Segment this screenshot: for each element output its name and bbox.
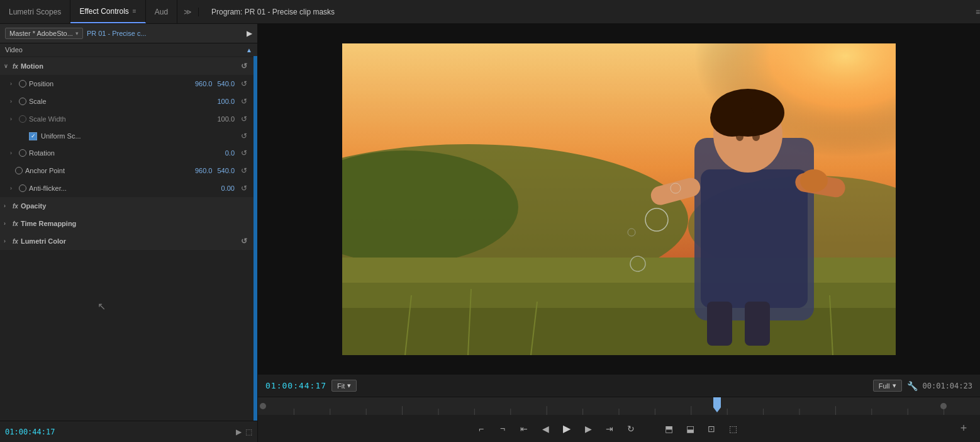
scale-stopwatch-icon[interactable] (19, 98, 26, 105)
resolution-dropdown-arrow: ▾ (893, 382, 896, 390)
mark-in-button[interactable]: ⌐ (472, 420, 490, 438)
scrubber-area[interactable] (258, 397, 980, 414)
insert-button[interactable]: ⬒ (660, 420, 677, 438)
anchor-point-label: Anchor Point (25, 167, 195, 174)
video-image-svg (342, 43, 896, 355)
position-x-value[interactable]: 960.0 (195, 80, 213, 88)
cursor-indicator: ↖ (97, 300, 106, 312)
scale-width-stopwatch-icon (19, 115, 26, 123)
go-to-in-button[interactable]: ⇤ (515, 420, 533, 438)
motion-group-header[interactable]: ∨ fx Motion ↺ (0, 57, 253, 75)
master-dropdown[interactable]: Master * AdobeSto... ▾ (5, 28, 83, 39)
effects-content: ∨ fx Motion ↺ › Position 960.0 540.0 ↺ (0, 56, 257, 421)
rotation-value[interactable]: 0.0 (225, 149, 235, 157)
step-back-button[interactable]: ◀ (537, 420, 554, 438)
anchor-point-x-value[interactable]: 960.0 (195, 167, 213, 174)
current-timecode[interactable]: 01:00:44:17 (265, 381, 326, 390)
time-remapping-label: Time Remapping (21, 220, 250, 227)
left-export-button[interactable]: ⬚ (245, 428, 252, 436)
timeline-ticks-svg (258, 397, 980, 415)
position-reset-button[interactable]: ↺ (238, 79, 250, 88)
rotation-chevron-icon[interactable]: › (10, 150, 19, 156)
lumetri-scopes-label: Lumetri Scopes (9, 8, 61, 16)
tab-audio[interactable]: Aud (146, 0, 177, 23)
scale-width-reset-button[interactable]: ↺ (238, 115, 250, 123)
svg-point-51 (940, 403, 947, 409)
anchor-point-reset-button[interactable]: ↺ (238, 166, 250, 175)
anti-flicker-reset-button[interactable]: ↺ (238, 184, 250, 193)
play-stop-button[interactable]: ▶ (558, 420, 576, 438)
rotation-reset-button[interactable]: ↺ (238, 149, 250, 157)
step-forward-button[interactable]: ▶ (579, 420, 597, 438)
program-monitor-menu-icon[interactable]: ≡ (976, 8, 980, 16)
video-display-area (258, 24, 980, 374)
anti-flicker-stopwatch-icon[interactable] (19, 184, 26, 192)
resolution-label: Full (879, 382, 890, 390)
time-remapping-group-header[interactable]: › fx Time Remapping (0, 215, 253, 232)
video-section-collapse[interactable]: ▲ (246, 47, 252, 54)
time-remapping-fx-badge: fx (13, 220, 18, 227)
add-button[interactable]: + (955, 420, 972, 438)
scale-width-row: › Scale Width 100.0 ↺ (0, 110, 253, 128)
svg-rect-28 (342, 43, 896, 355)
export-button[interactable]: ⬚ (724, 420, 742, 438)
video-section-label: Video ▲ (0, 43, 257, 56)
tab-expand-button[interactable]: ≫ (177, 8, 198, 16)
scrubber-track[interactable] (258, 397, 980, 414)
expand-icon: ≫ (184, 8, 192, 16)
rotation-stopwatch-icon[interactable] (19, 149, 26, 157)
anti-flicker-value[interactable]: 0.00 (221, 184, 235, 192)
position-chevron-icon[interactable]: › (10, 81, 19, 87)
scale-label: Scale (29, 98, 217, 105)
anchor-point-stopwatch-icon[interactable] (15, 167, 23, 174)
scale-width-value[interactable]: 100.0 (217, 115, 235, 123)
left-panel-bottom: 01:00:44:17 ▶ ⬚ (0, 421, 257, 442)
controls-bar: 01:00:44:17 Fit ▾ Full ▾ 🔧 00:01:04:23 (258, 374, 980, 397)
position-y-value[interactable]: 540.0 (217, 80, 235, 88)
lumetri-color-reset-button[interactable]: ↺ (238, 237, 250, 246)
motion-chevron-icon: ∨ (4, 63, 13, 69)
opacity-chevron-icon: › (4, 203, 13, 209)
resolution-dropdown[interactable]: Full ▾ (873, 380, 902, 392)
tab-effect-controls[interactable]: Effect Controls ≡ (70, 0, 145, 23)
mark-out-button[interactable]: ¬ (494, 420, 511, 438)
lumetri-color-label: Lumetri Color (21, 237, 238, 245)
scale-reset-button[interactable]: ↺ (238, 97, 250, 106)
master-label: Master * AdobeSto... (9, 30, 73, 37)
position-values: 960.0 540.0 (195, 80, 235, 88)
overwrite-button[interactable]: ⬓ (681, 420, 699, 438)
video-label: Video (5, 46, 23, 54)
anchor-point-y-value[interactable]: 540.0 (217, 167, 235, 174)
empty-area: ↖ (0, 250, 253, 363)
lumetri-color-group-header[interactable]: › fx Lumetri Color ↺ (0, 232, 253, 250)
anti-flicker-chevron-icon[interactable]: › (10, 185, 19, 191)
export-frame-button[interactable]: ⊡ (703, 420, 720, 438)
left-play-button[interactable]: ▶ (236, 428, 242, 436)
fit-label: Fit (337, 382, 345, 390)
uniform-scale-checkbox[interactable]: ✓ (29, 132, 37, 140)
panel-play-button[interactable]: ▶ (247, 29, 252, 38)
uniform-scale-label: Uniform Sc... (41, 132, 81, 140)
scale-width-chevron-icon[interactable]: › (10, 116, 19, 122)
scale-width-values: 100.0 (217, 115, 235, 123)
video-content (342, 43, 896, 355)
motion-reset-button[interactable]: ↺ (238, 62, 250, 71)
panel-header: Master * AdobeSto... ▾ PR 01 - Precise c… (0, 24, 257, 43)
effect-controls-panel: Master * AdobeSto... ▾ PR 01 - Precise c… (0, 24, 258, 442)
effect-controls-label: Effect Controls (79, 7, 128, 16)
position-stopwatch-icon[interactable] (19, 80, 26, 88)
anti-flicker-row: › Anti-flicker... 0.00 ↺ (0, 179, 253, 197)
go-to-out-button[interactable]: ⇥ (601, 420, 618, 438)
fit-dropdown[interactable]: Fit ▾ (331, 380, 357, 392)
scale-value[interactable]: 100.0 (217, 98, 235, 105)
program-monitor-title: Program: PR 01 - Precise clip masks (211, 8, 976, 16)
position-row: › Position 960.0 540.0 ↺ (0, 75, 253, 93)
tab-lumetri-scopes[interactable]: Lumetri Scopes (0, 0, 70, 23)
loop-button[interactable]: ↻ (622, 420, 640, 438)
uniform-scale-reset-button[interactable]: ↺ (238, 132, 250, 140)
settings-wrench-icon[interactable]: 🔧 (907, 381, 918, 391)
effects-list: ∨ fx Motion ↺ › Position 960.0 540.0 ↺ (0, 56, 253, 421)
opacity-group-header[interactable]: › fx Opacity (0, 197, 253, 215)
scale-chevron-icon[interactable]: › (10, 98, 19, 105)
effect-controls-menu-icon[interactable]: ≡ (133, 8, 136, 14)
